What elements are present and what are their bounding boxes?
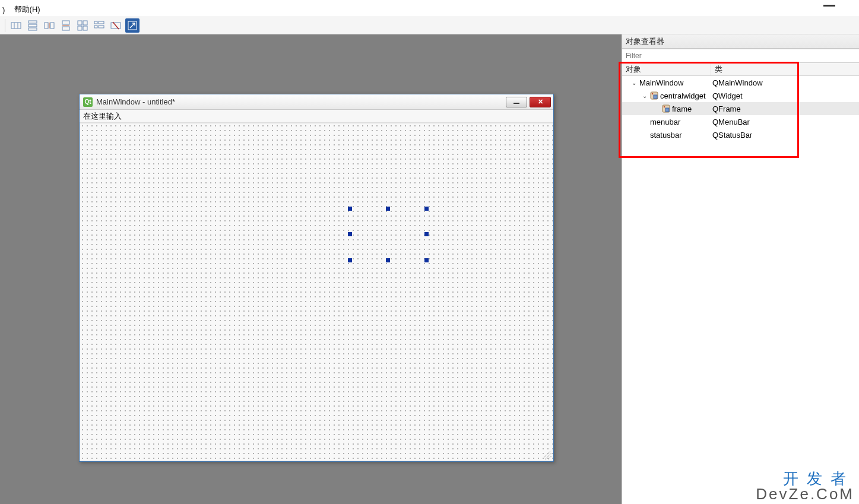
svg-rect-12 <box>78 21 82 25</box>
tree-row[interactable]: statusbarQStatusBar <box>622 128 859 141</box>
preview-menubar-hint[interactable]: 在这里输入 <box>83 112 122 121</box>
tree-class-name: QStatusBar <box>711 131 859 140</box>
svg-rect-15 <box>83 26 87 30</box>
tree-row[interactable]: ⌄MainWindowQMainWindow <box>622 76 859 89</box>
tree-object-name: menubar <box>650 118 680 126</box>
svg-rect-0 <box>11 23 21 28</box>
tree-row[interactable]: frameQFrame <box>622 102 859 115</box>
preview-minimize-button[interactable] <box>506 97 527 107</box>
resize-handle-icon[interactable] <box>424 207 429 211</box>
app-menu-bar: ) 帮助(H) <box>0 0 859 17</box>
layout-hsplit-button[interactable] <box>42 18 56 33</box>
break-layout-button[interactable] <box>109 18 123 33</box>
resize-handle-icon[interactable] <box>386 207 390 211</box>
svg-rect-6 <box>45 23 48 28</box>
resize-handle-icon[interactable] <box>348 232 352 236</box>
tree-class-name: QFrame <box>711 104 859 113</box>
svg-rect-5 <box>28 28 37 30</box>
svg-rect-14 <box>78 26 82 30</box>
preview-window[interactable]: Qt MainWindow - untitled* 在这里输入 <box>79 94 554 462</box>
widget-icon <box>662 104 670 113</box>
svg-rect-10 <box>62 27 69 30</box>
layout-vsplit-button[interactable] <box>59 18 73 33</box>
tree-class-name: QMenuBar <box>711 118 859 126</box>
svg-line-21 <box>113 22 119 29</box>
svg-rect-13 <box>83 21 87 25</box>
svg-point-24 <box>652 93 654 95</box>
layout-grid-button[interactable] <box>75 18 90 33</box>
preview-titlebar[interactable]: Qt MainWindow - untitled* <box>80 94 553 110</box>
preview-close-button[interactable] <box>530 97 551 107</box>
svg-rect-19 <box>99 26 104 28</box>
menu-partial[interactable]: ) <box>0 5 7 14</box>
svg-rect-18 <box>94 26 97 28</box>
tree-row[interactable]: ⌄centralwidgetQWidget <box>622 89 859 102</box>
tree-class-name: QMainWindow <box>711 78 859 87</box>
chevron-down-icon[interactable]: ⌄ <box>630 80 638 86</box>
svg-rect-3 <box>28 21 37 23</box>
preview-menubar[interactable]: 在这里输入 <box>80 110 553 123</box>
adjust-size-button[interactable] <box>125 18 140 33</box>
svg-rect-9 <box>62 21 69 24</box>
layout-form-button[interactable] <box>92 18 106 33</box>
tree-header: 对象 类 <box>622 63 859 76</box>
design-canvas[interactable]: Qt MainWindow - untitled* 在这里输入 <box>0 34 622 504</box>
layout-horizontal-button[interactable] <box>9 18 23 33</box>
toolbar <box>0 17 859 34</box>
selected-frame-widget[interactable] <box>350 209 426 260</box>
inspector-filter-input[interactable] <box>622 49 859 63</box>
header-object[interactable]: 对象 <box>622 63 711 75</box>
header-class[interactable]: 类 <box>711 63 859 75</box>
chevron-down-icon[interactable]: ⌄ <box>641 93 648 99</box>
resize-handle-icon[interactable] <box>348 207 352 211</box>
svg-rect-16 <box>94 21 97 24</box>
svg-rect-28 <box>665 108 669 112</box>
os-minimize-dash <box>823 5 835 7</box>
menu-help[interactable]: 帮助(H) <box>12 4 43 15</box>
tree-object-name: centralwidget <box>660 91 706 100</box>
tree-row[interactable]: menubarQMenuBar <box>622 115 859 128</box>
widget-icon <box>650 91 658 100</box>
tree-object-name: MainWindow <box>639 78 683 87</box>
object-inspector-panel: 对象查看器 对象 类 ⌄MainWindowQMainWindow⌄centra… <box>622 34 859 504</box>
resize-handle-icon[interactable] <box>386 258 390 262</box>
svg-rect-25 <box>654 95 657 99</box>
preview-title: MainWindow - untitled* <box>96 97 175 106</box>
svg-rect-4 <box>28 24 37 27</box>
toolbar-separator <box>5 19 5 32</box>
layout-vertical-button[interactable] <box>26 18 40 33</box>
resize-handle-icon[interactable] <box>424 258 429 262</box>
inspector-title: 对象查看器 <box>622 34 859 49</box>
object-tree: 对象 类 ⌄MainWindowQMainWindow⌄centralwidge… <box>622 63 859 504</box>
tree-class-name: QWidget <box>711 91 859 100</box>
tree-object-name: statusbar <box>650 131 682 140</box>
resize-handle-icon[interactable] <box>348 258 352 262</box>
preview-central-widget[interactable] <box>80 123 553 461</box>
resize-handle-icon[interactable] <box>424 232 429 236</box>
svg-rect-7 <box>50 23 54 28</box>
svg-rect-17 <box>99 21 104 24</box>
qt-logo-icon: Qt <box>83 97 93 107</box>
tree-object-name: frame <box>672 104 692 113</box>
svg-point-27 <box>664 106 665 108</box>
size-grip-icon[interactable] <box>543 451 551 459</box>
